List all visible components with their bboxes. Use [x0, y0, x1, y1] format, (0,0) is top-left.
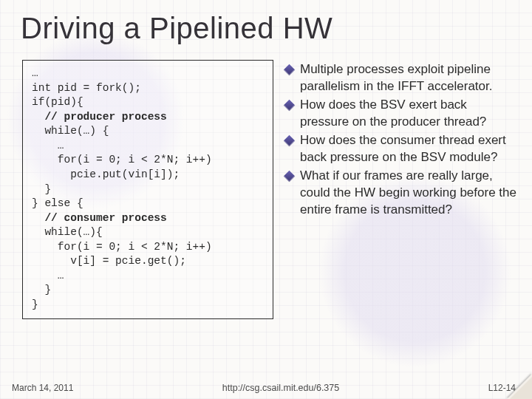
- code-line: while(…){: [32, 226, 103, 238]
- code-line: for(i = 0; i < 2*N; i++): [32, 154, 212, 166]
- code-line: if(pid){: [32, 96, 83, 108]
- bullet-text: How does the BSV exert back pressure on …: [300, 97, 517, 131]
- code-line: …: [32, 270, 64, 282]
- code-line: }: [32, 299, 38, 310]
- code-line: for(i = 0; i < 2*N; i++): [32, 241, 212, 253]
- diamond-bullet-icon: [284, 100, 296, 112]
- code-line: }: [32, 284, 51, 296]
- code-line: while(…) {: [32, 125, 109, 137]
- code-line: // producer process: [32, 111, 167, 123]
- bullet-text: How does the consumer thread exert back …: [300, 132, 517, 166]
- code-line: // consumer process: [32, 212, 167, 224]
- code-line: …: [32, 67, 38, 79]
- diamond-bullet-icon: [284, 64, 296, 76]
- code-block: … int pid = fork(); if(pid){ // producer…: [22, 60, 273, 319]
- bullet-item: How does the BSV exert back pressure on …: [284, 97, 517, 131]
- diamond-bullet-icon: [284, 170, 296, 182]
- code-line: int pid = fork();: [32, 82, 141, 94]
- bullet-text: Multiple processes exploit pipeline para…: [300, 61, 517, 95]
- page-curl-icon: [507, 374, 532, 399]
- slide-content: … int pid = fork(); if(pid){ // producer…: [0, 54, 532, 319]
- code-line: v[i] = pcie.get();: [32, 255, 186, 267]
- code-line: …: [32, 140, 64, 151]
- slide-title: Driving a Pipelined HW: [0, 0, 532, 54]
- slide-footer: March 14, 2011 http://csg.csail.mit.edu/…: [0, 383, 532, 393]
- bullet-list: Multiple processes exploit pipeline para…: [284, 60, 517, 319]
- diamond-bullet-icon: [284, 134, 296, 146]
- bullet-item: Multiple processes exploit pipeline para…: [284, 61, 517, 95]
- bullet-item: What if our frames are really large, cou…: [284, 168, 517, 219]
- code-line: pcie.put(vin[i]);: [32, 168, 180, 180]
- code-line: }: [32, 183, 51, 195]
- bullet-item: How does the consumer thread exert back …: [284, 132, 517, 166]
- bullet-text: What if our frames are really large, cou…: [300, 168, 517, 219]
- footer-date: March 14, 2011: [12, 383, 73, 393]
- code-line: } else {: [32, 197, 83, 209]
- footer-url: http://csg.csail.mit.edu/6.375: [73, 383, 488, 393]
